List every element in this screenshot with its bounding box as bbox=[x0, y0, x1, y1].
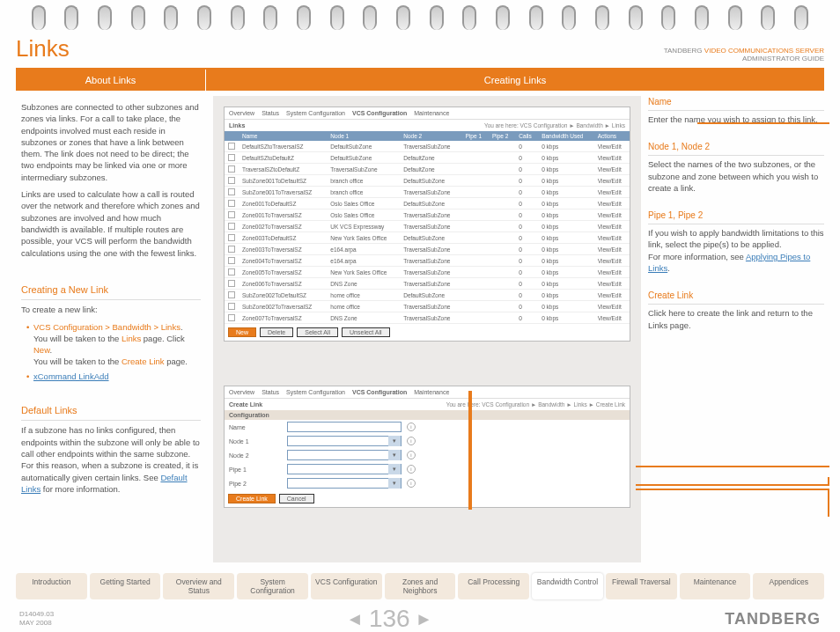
delete-button[interactable]: Delete bbox=[260, 327, 293, 337]
form-row: Pipe 2▾i bbox=[225, 476, 630, 490]
table-row[interactable]: Zone003ToTraversalSZe164.arpaTraversalSu… bbox=[225, 244, 630, 255]
info-icon[interactable]: i bbox=[407, 451, 416, 459]
node-1-input[interactable]: ▾ bbox=[287, 436, 402, 446]
form-row: Node 1▾i bbox=[225, 434, 630, 448]
new-button[interactable]: New bbox=[228, 327, 256, 337]
next-page-icon[interactable]: ► bbox=[416, 609, 433, 629]
callout-line bbox=[636, 489, 829, 517]
xcommand-link[interactable]: xCommand LinkAdd bbox=[33, 371, 109, 381]
name-input[interactable] bbox=[287, 422, 402, 432]
info-icon[interactable]: i bbox=[407, 423, 416, 431]
nav-tab[interactable]: Bandwidth Control bbox=[532, 573, 603, 599]
cancel-button[interactable]: Cancel bbox=[279, 494, 314, 503]
page-number: ◄136► bbox=[346, 605, 432, 632]
header-brand: TANDBERG VIDEO COMMUNICATIONS SERVER ADM… bbox=[664, 47, 824, 62]
creating-new-link: Creating a New Link To create a new link… bbox=[16, 278, 206, 390]
left-column: Subzones are connected to other subzones… bbox=[16, 96, 206, 562]
table-row[interactable]: Zone003ToDefaultSZNew York Sales OfficeD… bbox=[225, 232, 630, 244]
form-row: Node 2▾i bbox=[225, 448, 630, 462]
step-1: VCS Configuration > Bandwidth > Links.Yo… bbox=[26, 321, 201, 368]
creating-new-link-title: Creating a New Link bbox=[21, 283, 201, 300]
info-icon[interactable]: i bbox=[407, 465, 416, 474]
table-row[interactable]: TraversalSZtoDefaultZTraversalSubZoneDef… bbox=[225, 164, 630, 175]
default-links: Default Links If a subzone has no links … bbox=[16, 399, 206, 505]
tab-creating-links[interactable]: Creating Links bbox=[206, 70, 824, 91]
page-title: Links bbox=[16, 35, 70, 62]
field-nodes: Node 1, Node 2Select the names of the tw… bbox=[648, 141, 824, 194]
field-name: NameEnter the name you wish to assign to… bbox=[648, 96, 824, 125]
nav-tab[interactable]: Getting Started bbox=[90, 573, 161, 599]
callout-line bbox=[636, 477, 829, 486]
table-row[interactable]: DefaultSZtoDefaultZDefaultSubZoneDefault… bbox=[225, 152, 630, 164]
nav-tab[interactable]: Call Processing bbox=[458, 573, 529, 599]
table-row[interactable]: SubZone001ToDefaultSZbranch officeDefaul… bbox=[225, 175, 630, 187]
create-link-button[interactable]: Create Link bbox=[228, 494, 276, 503]
table-row[interactable]: Zone002ToTraversalSZUK VCS ExpresswayTra… bbox=[225, 221, 630, 232]
node-2-input[interactable]: ▾ bbox=[287, 450, 402, 460]
nav-tab[interactable]: Introduction bbox=[16, 573, 87, 599]
form-row: Namei bbox=[225, 420, 630, 434]
table-row[interactable]: SubZone002ToTraversalSZhome officeTraver… bbox=[225, 301, 630, 312]
table-row[interactable]: Zone001ToTraversalSZOslo Sales OfficeTra… bbox=[225, 209, 630, 221]
table-row[interactable]: DefaultSZtoTraversalSZDefaultSubZoneTrav… bbox=[225, 141, 630, 152]
nav-tab[interactable]: Firewall Traversal bbox=[606, 573, 677, 599]
table-row[interactable]: Zone004ToTraversalSZe164.arpaTraversalSu… bbox=[225, 255, 630, 267]
table-row[interactable]: Zone005ToTraversalSZNew York Sales Offic… bbox=[225, 267, 630, 278]
section-tabs: About Links Creating Links bbox=[16, 70, 824, 91]
nav-tab[interactable]: System Configuration bbox=[237, 573, 308, 599]
pipe-2-input[interactable]: ▾ bbox=[287, 478, 402, 489]
select-all-button[interactable]: Select All bbox=[297, 327, 338, 337]
spiral-binding bbox=[9, 0, 831, 35]
screenshot-nav: OverviewStatusSystem ConfigurationVCS Co… bbox=[225, 107, 630, 120]
default-links-title: Default Links bbox=[21, 404, 201, 421]
screenshot-links-list: OverviewStatusSystem ConfigurationVCS Co… bbox=[224, 107, 630, 342]
nav-tab[interactable]: Zones and Neighbors bbox=[385, 573, 456, 599]
table-row[interactable]: SubZone002ToDefaultSZhome officeDefaultS… bbox=[225, 290, 630, 301]
page-footer: D14049.03MAY 2008 ◄136► TANDBERG bbox=[9, 603, 831, 632]
unselect-all-button[interactable]: Unselect All bbox=[342, 327, 390, 337]
table-row[interactable]: Zone001ToDefaultSZOslo Sales OfficeDefau… bbox=[225, 198, 630, 209]
form-row: Pipe 1▾i bbox=[225, 462, 630, 476]
nav-tab[interactable]: VCS Configuration bbox=[311, 573, 382, 599]
callout-line bbox=[468, 391, 472, 510]
links-table: NameNode 1Node 2Pipe 1Pipe 2CallsBandwid… bbox=[225, 131, 630, 324]
screenshot-create-link: OverviewStatusSystem ConfigurationVCS Co… bbox=[224, 386, 630, 508]
prev-page-icon[interactable]: ◄ bbox=[346, 609, 364, 629]
table-row[interactable]: Zone006ToTraversalSZDNS ZoneTraversalSub… bbox=[225, 278, 630, 290]
center-screenshots: OverviewStatusSystem ConfigurationVCS Co… bbox=[213, 96, 641, 562]
step-xcommand: xCommand LinkAdd bbox=[26, 371, 201, 382]
table-row[interactable]: SubZone001ToTraversalSZbranch officeTrav… bbox=[225, 187, 630, 198]
tab-about-links[interactable]: About Links bbox=[16, 70, 206, 91]
brand-logo: TANDBERG bbox=[725, 610, 821, 628]
callout-line bbox=[636, 466, 829, 467]
about-text: Subzones are connected to other subzones… bbox=[16, 96, 206, 269]
nav-tab[interactable]: Overview and Status bbox=[163, 573, 234, 599]
nav-tab[interactable]: Appendices bbox=[753, 573, 824, 599]
nav-tab[interactable]: Maintenance bbox=[680, 573, 751, 599]
page-header: Links TANDBERG VIDEO COMMUNICATIONS SERV… bbox=[9, 35, 831, 68]
configuration-heading: Configuration bbox=[225, 410, 630, 420]
table-row[interactable]: Zone007ToTraversalSZDNS ZoneTraversalSub… bbox=[225, 312, 630, 324]
bottom-nav: IntroductionGetting StartedOverview and … bbox=[16, 573, 824, 599]
field-create-link: Create LinkClick here to create the link… bbox=[648, 290, 824, 331]
info-icon[interactable]: i bbox=[407, 437, 416, 445]
callout-line bbox=[697, 122, 829, 124]
field-pipes: Pipe 1, Pipe 2If you wish to apply bandw… bbox=[648, 209, 824, 274]
info-icon[interactable]: i bbox=[407, 479, 416, 488]
pipe-1-input[interactable]: ▾ bbox=[287, 464, 402, 474]
